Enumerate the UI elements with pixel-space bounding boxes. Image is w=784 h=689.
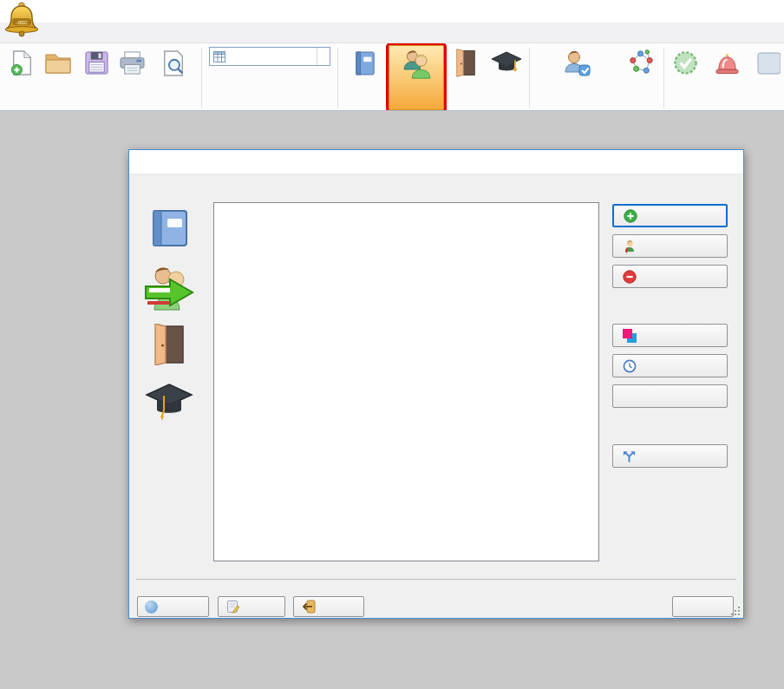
subjects-book-icon[interactable] — [148, 209, 190, 250]
door-icon — [454, 47, 478, 79]
open-button[interactable] — [38, 45, 78, 110]
print-preview-button[interactable] — [149, 45, 198, 110]
save-button[interactable] — [78, 45, 114, 110]
close-dialog-button[interactable] — [672, 596, 734, 617]
svg-text:-asc: -asc — [16, 19, 28, 25]
subjects-button[interactable] — [342, 45, 389, 110]
constraints-button[interactable] — [612, 384, 728, 408]
links-button[interactable] — [620, 45, 660, 110]
window-titlebar — [0, 0, 784, 23]
hash-icon — [622, 389, 637, 404]
view-combobox[interactable] — [209, 47, 330, 66]
import-arrow-icon — [301, 600, 316, 614]
test-button[interactable] — [668, 45, 702, 110]
new-button[interactable] — [5, 45, 38, 110]
dialog-titlebar[interactable] — [129, 150, 743, 174]
printer-icon — [119, 47, 146, 79]
siren-icon — [714, 47, 741, 79]
close-button[interactable] — [719, 154, 738, 171]
print-button[interactable] — [114, 45, 149, 110]
students-seminars-button[interactable] — [533, 45, 620, 110]
subjects-book-icon — [354, 47, 376, 79]
classes-people-icon — [401, 48, 432, 80]
open-folder-icon — [44, 47, 72, 79]
asc-timetables-window: -asc — [0, 0, 784, 689]
help-question-icon — [145, 600, 158, 614]
maximize-button[interactable] — [679, 154, 698, 171]
save-floppy-icon — [84, 47, 109, 79]
toolbar-separator — [663, 48, 664, 108]
graduation-cap-icon — [491, 47, 522, 79]
resize-grip[interactable] — [731, 606, 741, 615]
person-icon — [622, 239, 637, 253]
lessons-squares-icon — [622, 328, 637, 343]
edit-class-button[interactable] — [612, 234, 728, 258]
classes-arrow-icon[interactable] — [144, 265, 194, 316]
minus-icon — [622, 269, 637, 284]
toolbar-separator — [337, 48, 338, 108]
save-list-button[interactable] — [218, 596, 285, 617]
new-document-icon — [10, 47, 34, 79]
new-class-button[interactable] — [612, 204, 728, 227]
asc-bell-logo[interactable]: -asc — [3, 1, 40, 44]
generate-new-button[interactable] — [702, 45, 751, 110]
clipped-icon — [755, 47, 781, 79]
split-arrows-icon — [622, 449, 637, 463]
teachers-cap-icon[interactable] — [145, 381, 193, 425]
division-button[interactable] — [612, 444, 728, 468]
dialog-separator — [136, 579, 736, 580]
classrooms-button[interactable] — [444, 45, 487, 110]
import-button[interactable] — [293, 596, 364, 617]
classrooms-door-icon[interactable] — [151, 324, 187, 368]
help-button[interactable] — [137, 596, 209, 617]
molecule-links-icon — [626, 47, 655, 79]
toolbar-separator — [201, 48, 202, 108]
ribbon-toolbar — [0, 43, 784, 111]
dialog-icon-rail — [129, 174, 209, 574]
minimize-button[interactable] — [642, 154, 661, 171]
classes-button-highlighted[interactable] — [389, 45, 444, 110]
teachers-button[interactable] — [487, 45, 526, 110]
print-preview-icon — [161, 47, 186, 79]
toolbar-separator — [529, 48, 530, 108]
menu-tabs — [0, 23, 784, 43]
test-check-badge-icon — [672, 47, 699, 79]
classes-list[interactable] — [213, 202, 599, 561]
save-note-icon — [225, 600, 240, 614]
clipped-toolbar-button[interactable] — [751, 45, 784, 110]
plus-icon — [623, 208, 637, 223]
bell-icon: -asc — [3, 1, 40, 41]
table-view-icon — [213, 51, 225, 62]
lessons-button[interactable] — [612, 324, 728, 347]
remove-class-button[interactable] — [612, 265, 728, 288]
student-check-icon — [562, 47, 591, 79]
clock-icon — [622, 358, 637, 373]
combobox-dropdown-arrow[interactable] — [317, 48, 330, 65]
classes-dialog — [128, 149, 744, 619]
conditions-button[interactable] — [612, 354, 728, 377]
